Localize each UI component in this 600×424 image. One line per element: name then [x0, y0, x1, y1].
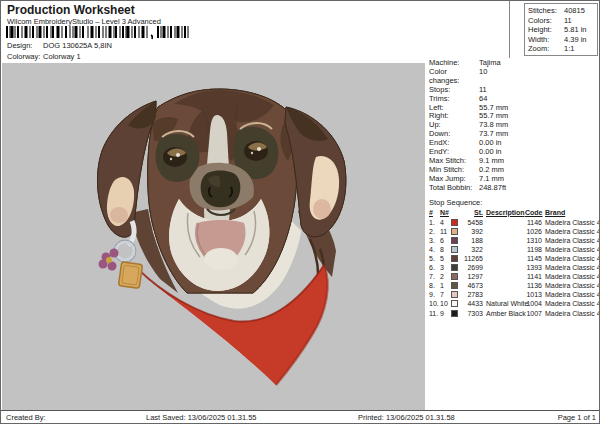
thread-brand: Madeira Classic 40	[542, 290, 600, 299]
stitch-count: 7303	[461, 309, 483, 318]
row-number: 4.	[429, 245, 440, 254]
thread-brand: Madeira Classic 40	[542, 218, 600, 227]
created-by-label: Created By:	[6, 413, 46, 422]
thread-brand: Madeira Classic 40	[542, 263, 600, 272]
row-number: 5.	[429, 254, 440, 263]
stat-value: 40815	[564, 6, 585, 16]
stitch-count: 5458	[461, 218, 483, 227]
stop-sequence-row: 3. 6 188 1310 Madeira Classic 40	[429, 236, 600, 245]
row-number: 8.	[429, 281, 440, 290]
design-name-row: Design: DOG 130625A 5,8IN	[7, 41, 112, 50]
machine-info-label: Total Bobbin:	[429, 184, 479, 193]
thread-color-swatch	[451, 310, 458, 317]
design-stats-box: Stitches: 40815 Colors: 11 Height: 5.81 …	[524, 3, 598, 56]
stitch-count: 1297	[461, 272, 483, 281]
machine-info-row: Trims: 64	[429, 95, 600, 104]
last-saved-text: Last Saved: 13/06/2025 01.31.55	[146, 413, 257, 422]
col-header-stitches: St.	[461, 208, 483, 218]
col-header-needle: N#	[440, 208, 451, 218]
app-subtitle: Wilcom EmbroideryStudio – Level 3 Advanc…	[7, 17, 161, 26]
col-header-number: #	[429, 208, 440, 218]
thread-code: 1145	[525, 254, 542, 263]
row-number: 7.	[429, 272, 440, 281]
machine-info-row: Down: 73.7 mm	[429, 130, 600, 139]
stitch-count: 4673	[461, 281, 483, 290]
swatch-cell	[451, 219, 461, 226]
stitch-count: 4433	[461, 299, 483, 308]
thread-color-swatch	[451, 237, 458, 244]
row-number: 3.	[429, 236, 440, 245]
thread-brand: Madeira Classic 40	[542, 245, 600, 254]
stitch-count: 11265	[461, 254, 483, 263]
stop-sequence-title: Stop Sequence:	[429, 198, 600, 208]
col-header-code: Code	[525, 208, 542, 218]
stop-sequence-table: 1. 4 5458 1146 Madeira Classic 40 2. 11 …	[429, 218, 600, 318]
row-number: 11.	[429, 309, 440, 318]
thread-code: 1004	[525, 299, 542, 308]
machine-info-value: 248.87ft	[479, 184, 506, 193]
thread-brand: Madeira Classic 40	[542, 299, 600, 308]
needle-number: 3	[440, 263, 451, 272]
swatch-cell	[451, 264, 461, 271]
swatch-cell	[451, 282, 461, 289]
page-footer: Created By: Last Saved: 13/06/2025 01.31…	[1, 410, 600, 424]
design-value: DOG 130625A 5,8IN	[43, 41, 112, 50]
thread-code: 1198	[525, 245, 542, 254]
row-number: 9.	[429, 290, 440, 299]
swatch-cell	[451, 291, 461, 298]
page-title: Production Worksheet	[7, 3, 135, 17]
thread-description: Amber Black	[483, 309, 525, 318]
stitch-count: 188	[461, 236, 483, 245]
thread-color-swatch	[451, 273, 458, 280]
machine-info-value: 10	[479, 68, 487, 86]
stat-row: Height: 5.81 in	[528, 25, 597, 35]
swatch-cell	[451, 246, 461, 253]
swatch-cell	[451, 255, 461, 262]
thread-color-swatch	[451, 264, 458, 271]
thread-code: 1146	[525, 218, 542, 227]
needle-number: 11	[440, 227, 451, 236]
needle-number: 7	[440, 290, 451, 299]
needle-number: 5	[440, 254, 451, 263]
stop-sequence-row: 6. 3 2699 1393 Madeira Classic 40	[429, 263, 600, 272]
machine-info-row: Machine: Tajima	[429, 59, 600, 68]
thread-color-swatch	[451, 300, 458, 307]
machine-info-label: Color changes:	[429, 68, 479, 86]
stop-sequence-row: 7. 2 1297 1141 Madeira Classic 40	[429, 272, 600, 281]
printed-text: Printed: 13/06/2025 01.31.58	[358, 413, 455, 422]
colorway-row: Colorway: Colorway 1	[7, 52, 81, 61]
dog-embroidery-design	[2, 63, 425, 410]
design-label: Design:	[7, 41, 41, 50]
stat-row: Width: 4.39 in	[528, 35, 597, 45]
thread-color-swatch	[451, 282, 458, 289]
stitch-count: 2699	[461, 263, 483, 272]
thread-brand: Madeira Classic 40	[542, 236, 600, 245]
machine-info-row: Stops: 11	[429, 86, 600, 95]
row-number: 2.	[429, 227, 440, 236]
stop-sequence-row: 9. 7 2783 1013 Madeira Classic 40	[429, 290, 600, 299]
needle-number: 6	[440, 236, 451, 245]
machine-info-list: Machine: Tajima Color changes: 10 Stops:…	[429, 59, 600, 193]
stitch-count: 322	[461, 245, 483, 254]
thread-brand: Madeira Classic 40	[542, 309, 600, 318]
stat-label: Width:	[528, 35, 564, 45]
col-header-description: Description	[483, 208, 525, 218]
thread-code: 1310	[525, 236, 542, 245]
thread-color-swatch	[451, 219, 458, 226]
stat-row: Stitches: 40815	[528, 6, 597, 16]
machine-info-row: Color changes: 10	[429, 68, 600, 86]
swatch-cell	[451, 300, 461, 307]
stat-row: Zoom: 1:1	[528, 44, 597, 54]
thread-description: Natural White	[483, 299, 525, 308]
stat-label: Zoom:	[528, 44, 564, 54]
stat-label: Stitches:	[528, 6, 564, 16]
needle-number: 8	[440, 245, 451, 254]
swatch-cell	[451, 237, 461, 244]
thread-code: 1007	[525, 309, 542, 318]
row-number: 6.	[429, 263, 440, 272]
stop-sequence-row: 2. 11 392 1026 Madeira Classic 40	[429, 227, 600, 236]
details-panel: Machine: Tajima Color changes: 10 Stops:…	[426, 58, 600, 410]
swatch-cell	[451, 310, 461, 317]
design-canvas	[2, 63, 425, 410]
thread-color-swatch	[451, 291, 458, 298]
